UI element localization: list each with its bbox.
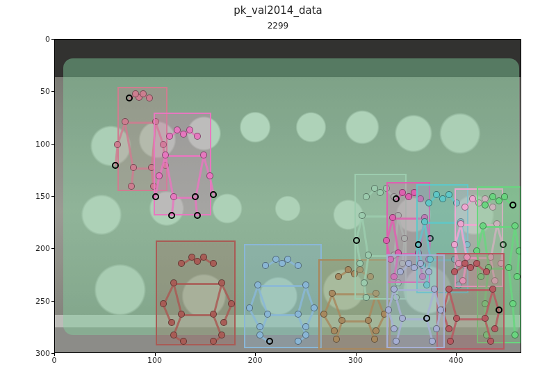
keypoint [210,338,217,345]
keypoint [178,260,185,267]
skeleton-limb [174,283,222,285]
keypoint [353,237,360,244]
keypoint [491,325,498,332]
keypoint [509,202,516,209]
keypoint [218,279,225,286]
keypoint [114,141,121,148]
keypoint [194,212,201,219]
keypoint [188,254,195,261]
keypoint [512,222,518,229]
keypoint [482,202,489,209]
keypoint [451,241,458,248]
keypoint [371,185,378,192]
keypoint [509,300,516,307]
ytick-mark [51,39,54,40]
keypoint [246,304,253,311]
xtick-label: 200 [248,356,263,365]
keypoint [489,193,496,200]
keypoint [371,336,378,343]
keypoint [425,199,432,206]
skeleton-limb [125,122,155,124]
keypoint [295,338,302,345]
axes [54,39,521,353]
ytick-label: 250 [35,296,50,305]
ytick-label: 200 [35,244,50,253]
keypoint [397,268,404,275]
keypoint [361,279,368,286]
keypoint [200,254,207,261]
keypoint [415,241,422,248]
keypoint [451,268,458,275]
ytick-mark [51,91,54,92]
keypoint [206,172,213,179]
ytick-label: 300 [35,349,50,358]
keypoint [461,204,468,211]
ytick-label: 0 [45,35,50,44]
keypoint [496,307,502,313]
keypoint [295,262,302,269]
keypoint [482,315,489,322]
skeleton-limb [181,314,213,316]
keypoint [218,332,225,338]
keypoint [431,286,438,293]
keypoint [146,95,153,101]
keypoint [363,193,370,200]
keypoint [389,214,396,221]
xtick-label: 0 [52,356,57,365]
keypoint [512,332,518,338]
keypoint [174,126,181,133]
keypoint [453,315,460,322]
keypoint [393,338,400,345]
keypoint [152,193,159,200]
keypoint [405,260,412,267]
keypoint [391,325,398,332]
keypoint [200,152,207,158]
keypoint [162,152,169,158]
keypoint [483,268,490,275]
ytick-mark [51,196,54,197]
keypoint [383,237,390,244]
keypoint [210,311,217,318]
keypoint [210,191,217,198]
skeleton-limb [165,155,204,157]
keypoint [168,212,175,219]
keypoint [433,191,440,198]
keypoint [445,286,452,293]
keypoint [302,323,309,330]
keypoint [505,264,512,271]
keypoint [170,279,177,286]
keypoint [160,300,167,307]
keypoint [311,304,318,311]
ytick-label: 150 [35,192,50,201]
skeleton-limb [258,285,306,287]
keypoint [373,327,379,334]
keypoint [363,294,370,301]
skeleton-limb [394,289,434,291]
xtick-label: 400 [449,356,464,365]
keypoint [331,327,338,334]
skeleton-limb [483,226,515,228]
keypoint [302,332,309,338]
axes-title: 2299 [0,21,556,31]
keypoint [461,260,468,267]
ytick-label: 50 [40,87,50,96]
keypoint [385,307,392,313]
keypoint [425,268,432,275]
keypoint [320,311,327,318]
skeleton-limb [268,314,297,316]
keypoint [399,315,406,322]
xtick-label: 100 [147,356,162,365]
keypoint [417,260,424,267]
skeleton-limb [457,318,484,320]
keypoint [487,338,494,345]
keypoint [333,336,340,343]
keypoint [329,290,336,297]
keypoint [130,164,137,171]
keypoint [391,286,398,293]
keypoint [335,273,342,280]
keypoint [516,247,521,254]
keypoint [437,307,444,313]
keypoint [421,218,428,225]
keypoint [166,133,173,140]
keypoint [266,338,273,345]
